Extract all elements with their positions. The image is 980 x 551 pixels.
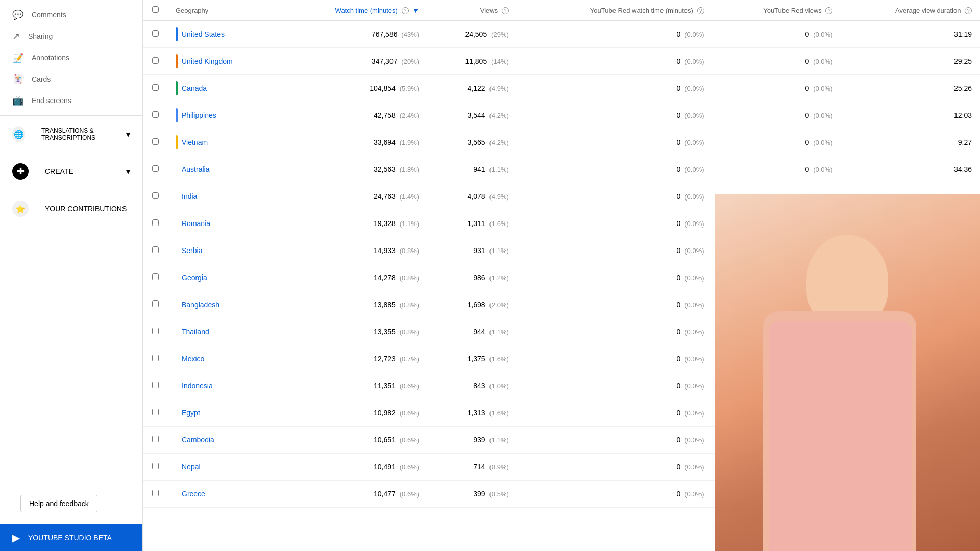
- country-link[interactable]: Thailand: [182, 328, 209, 336]
- row-checkbox[interactable]: [152, 273, 159, 280]
- views-cell: 931 (1.1%): [427, 237, 517, 264]
- yt-red-wt-pct: (0.0%): [684, 31, 704, 38]
- country-link[interactable]: Romania: [182, 219, 210, 228]
- views-cell: 3,565 (4.2%): [427, 129, 517, 156]
- row-checkbox[interactable]: [152, 246, 159, 253]
- watch-time-pct: (0.8%): [400, 247, 419, 255]
- row-checkbox-cell[interactable]: [143, 102, 167, 129]
- avg-duration-cell: 9:15: [841, 345, 980, 372]
- row-checkbox[interactable]: [152, 436, 159, 442]
- row-checkbox-cell[interactable]: [143, 183, 167, 210]
- row-checkbox[interactable]: [152, 165, 159, 172]
- row-checkbox[interactable]: [152, 192, 159, 199]
- row-checkbox[interactable]: [152, 355, 159, 361]
- row-checkbox-cell[interactable]: [143, 291, 167, 318]
- sidebar-section-translations[interactable]: 🌐 TRANSLATIONS & TRANSCRIPTIONS ▾: [0, 120, 142, 148]
- row-checkbox[interactable]: [152, 84, 159, 91]
- country-link[interactable]: United Kingdom: [182, 57, 233, 65]
- row-checkbox[interactable]: [152, 409, 159, 415]
- avg-dur-help-icon[interactable]: ?: [965, 7, 972, 14]
- sidebar-section-contributions[interactable]: ⭐ YOUR CONTRIBUTIONS: [0, 194, 142, 223]
- row-checkbox-cell[interactable]: [143, 264, 167, 291]
- country-link[interactable]: Serbia: [182, 246, 202, 255]
- yt-red-wt-cell: 0 (0.0%): [517, 102, 713, 129]
- sidebar-item-comments[interactable]: 💬 Comments: [0, 4, 142, 26]
- row-checkbox-cell[interactable]: [143, 399, 167, 427]
- row-checkbox-cell[interactable]: [143, 129, 167, 156]
- row-checkbox-cell[interactable]: [143, 48, 167, 75]
- select-all-checkbox[interactable]: [152, 6, 159, 13]
- row-checkbox[interactable]: [152, 328, 159, 334]
- row-checkbox[interactable]: [152, 382, 159, 388]
- row-checkbox-cell[interactable]: [143, 345, 167, 372]
- yt-red-views-cell: 0 (0.0%): [713, 102, 841, 129]
- row-checkbox-cell[interactable]: [143, 454, 167, 481]
- row-checkbox-cell[interactable]: [143, 481, 167, 508]
- country-link[interactable]: Australia: [182, 165, 209, 173]
- select-all-header[interactable]: [143, 0, 167, 21]
- watch-time-pct: (1.9%): [400, 139, 419, 146]
- views-pct: (1.0%): [489, 382, 508, 390]
- country-link[interactable]: Canada: [182, 84, 207, 92]
- country-link[interactable]: Bangladesh: [182, 300, 219, 309]
- yt-red-views-help-icon[interactable]: ?: [825, 7, 832, 14]
- country-link[interactable]: United States: [182, 30, 225, 38]
- yt-red-views-pct: (0.0%): [813, 85, 832, 92]
- row-checkbox-cell[interactable]: [143, 318, 167, 345]
- country-link[interactable]: Georgia: [182, 273, 207, 282]
- row-checkbox-cell[interactable]: [143, 210, 167, 237]
- row-checkbox-cell[interactable]: [143, 156, 167, 183]
- views-cell: 11,805 (14%): [427, 48, 517, 75]
- country-cell-inner: Thailand: [176, 324, 269, 339]
- row-checkbox[interactable]: [152, 111, 159, 118]
- row-checkbox[interactable]: [152, 463, 159, 469]
- country-link[interactable]: Egypt: [182, 409, 200, 417]
- watch-time-cell: 19,328 (1.1%): [277, 210, 427, 237]
- row-checkbox[interactable]: [152, 57, 159, 64]
- row-checkbox[interactable]: [152, 30, 159, 37]
- row-checkbox[interactable]: [152, 490, 159, 496]
- country-link[interactable]: Greece: [182, 490, 205, 498]
- watch-time-cell: 767,586 (43%): [277, 21, 427, 48]
- country-link[interactable]: Nepal: [182, 463, 201, 471]
- country-cell: India: [167, 183, 277, 210]
- avg-duration-cell: 13:27: [841, 372, 980, 399]
- row-checkbox-cell[interactable]: [143, 75, 167, 102]
- country-link[interactable]: India: [182, 192, 197, 201]
- country-link[interactable]: Mexico: [182, 355, 204, 363]
- country-link[interactable]: Vietnam: [182, 138, 208, 146]
- sidebar-item-end-screens[interactable]: 📺 End screens: [0, 90, 142, 111]
- yt-studio-beta-button[interactable]: ▶ YOUTUBE STUDIO BETA: [0, 524, 142, 551]
- watch-time-cell: 42,758 (2.4%): [277, 102, 427, 129]
- yt-red-views-header[interactable]: YouTube Red views ?: [713, 0, 841, 21]
- country-link[interactable]: Philippines: [182, 111, 216, 119]
- country-link[interactable]: Cambodia: [182, 436, 214, 444]
- sidebar-section-create[interactable]: ✚ CREATE ▾: [0, 157, 142, 186]
- watch-time-header[interactable]: Watch time (minutes) ? ▼: [277, 0, 427, 21]
- sidebar-item-sharing[interactable]: ↗ Sharing: [0, 26, 142, 47]
- row-checkbox-cell[interactable]: [143, 372, 167, 399]
- yt-red-watch-time-header[interactable]: YouTube Red watch time (minutes) ?: [517, 0, 713, 21]
- watch-time-pct: (0.8%): [400, 301, 419, 309]
- sidebar-item-annotations[interactable]: 📝 Annotations: [0, 47, 142, 68]
- yt-red-views-pct: (0.0%): [813, 463, 832, 471]
- avg-view-duration-header[interactable]: Average view duration ?: [841, 0, 980, 21]
- row-checkbox-cell[interactable]: [143, 237, 167, 264]
- views-help-icon[interactable]: ?: [502, 7, 509, 14]
- country-link[interactable]: Indonesia: [182, 382, 213, 390]
- row-checkbox[interactable]: [152, 138, 159, 145]
- watch-time-help-icon[interactable]: ?: [402, 7, 409, 14]
- row-checkbox-cell[interactable]: [143, 21, 167, 48]
- row-checkbox-cell[interactable]: [143, 427, 167, 454]
- row-checkbox[interactable]: [152, 300, 159, 307]
- views-header[interactable]: Views ?: [427, 0, 517, 21]
- country-cell: Canada: [167, 75, 277, 102]
- help-feedback-button[interactable]: Help and feedback: [20, 495, 97, 512]
- table-row: Serbia 14,933 (0.8%) 931 (1.1%) 0 (0.0%)…: [143, 237, 980, 264]
- views-pct: (1.1%): [489, 247, 508, 255]
- country-cell-inner: Cambodia: [176, 433, 269, 447]
- sidebar-item-cards[interactable]: 🃏 Cards: [0, 68, 142, 90]
- table-container[interactable]: Geography Watch time (minutes) ? ▼ Views…: [143, 0, 980, 551]
- row-checkbox[interactable]: [152, 219, 159, 226]
- yt-red-wt-help-icon[interactable]: ?: [697, 7, 704, 14]
